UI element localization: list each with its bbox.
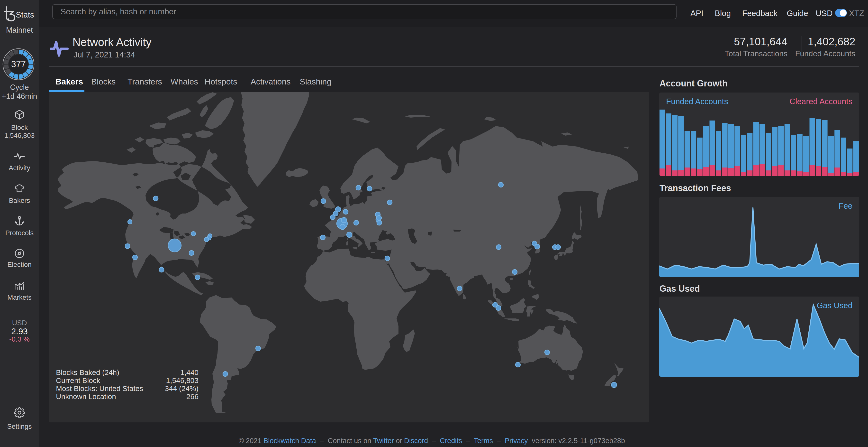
svg-text:377: 377 (11, 59, 26, 69)
